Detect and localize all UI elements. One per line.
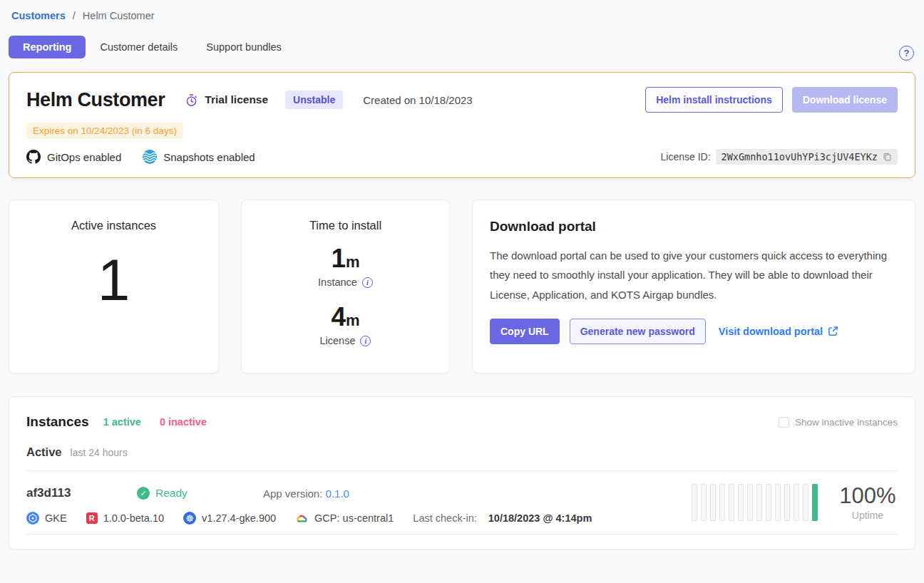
- expires-badge: Expires on 10/24/2023 (in 6 days): [26, 123, 183, 139]
- uptime-bar: [719, 484, 725, 521]
- github-icon: [26, 150, 41, 164]
- divider: [26, 534, 898, 535]
- copy-url-button[interactable]: Copy URL: [490, 319, 560, 344]
- tab-support-bundles[interactable]: Support bundles: [192, 36, 296, 58]
- download-portal-card: Download portal The download portal can …: [472, 200, 915, 373]
- customer-card: Helm Customer Trial license Unstable Cre…: [9, 72, 915, 178]
- uptime-bar: [775, 484, 781, 521]
- kubernetes-version: ☸ v1.27.4-gke.900: [183, 512, 276, 525]
- active-section-label: Active: [26, 445, 62, 459]
- breadcrumb-current: Helm Customer: [83, 10, 155, 21]
- instance-info-icon[interactable]: i: [362, 277, 373, 288]
- license-id-value: 2WxGmnho11ovUhYPi3cjUV4EYKz: [722, 151, 878, 162]
- uptime-bar: [692, 484, 697, 521]
- status-badge: ✓ Ready: [137, 487, 226, 500]
- tab-customer-details[interactable]: Customer details: [86, 36, 192, 58]
- show-inactive-label: Show inactive instances: [795, 417, 898, 428]
- external-link-icon: [828, 326, 838, 336]
- download-portal-title: Download portal: [490, 219, 898, 234]
- distribution: GKE: [26, 512, 67, 525]
- gcp-icon: [295, 513, 309, 524]
- helm-install-instructions-button[interactable]: Helm install instructions: [645, 87, 783, 113]
- uptime-bar: [766, 484, 771, 521]
- uptime-bar: [747, 484, 753, 521]
- replicated-icon: R: [86, 512, 98, 524]
- download-portal-description: The download portal can be used to give …: [490, 246, 898, 304]
- uptime-chart: [692, 484, 818, 521]
- uptime-bar: [729, 484, 734, 521]
- page-title: Helm Customer: [26, 89, 165, 111]
- cloud-region: GCP: us-central1: [295, 512, 394, 524]
- uptime-bar: [812, 484, 818, 521]
- help-icon[interactable]: ?: [899, 46, 914, 61]
- time-to-install-title: Time to install: [242, 219, 449, 232]
- tab-bar: Reporting Customer details Support bundl…: [9, 36, 915, 58]
- created-on-label: Created on 10/18/2023: [363, 94, 472, 106]
- breadcrumb-customers-link[interactable]: Customers: [11, 10, 66, 21]
- snapshots-label: Snapshots enabled: [163, 151, 255, 163]
- replicated-version: R 1.0.0-beta.10: [86, 512, 164, 524]
- snapshots-feature: Snapshots enabled: [143, 150, 255, 164]
- uptime-value: 100%: [838, 484, 898, 508]
- channel-badge: Unstable: [285, 91, 343, 109]
- active-instances-title: Active instances: [9, 219, 218, 232]
- uptime-bar: [738, 484, 744, 521]
- uptime-bar: [710, 484, 716, 521]
- breadcrumb-separator: /: [73, 10, 76, 21]
- license-install-label: License: [320, 335, 356, 346]
- uptime-bar: [794, 484, 799, 521]
- license-install-time: 4m: [242, 304, 449, 330]
- active-instances-card: Active instances 1: [9, 200, 219, 373]
- license-type-label: Trial license: [205, 93, 268, 106]
- active-instances-value: 1: [9, 251, 218, 309]
- uptime-bar: [784, 484, 790, 521]
- active-count: 1 active: [103, 416, 141, 428]
- gitops-feature: GitOps enabled: [26, 150, 121, 164]
- kubernetes-icon: ☸: [183, 512, 196, 525]
- instance-install-label: Instance: [318, 277, 357, 288]
- license-id: License ID: 2WxGmnho11ovUhYPi3cjUV4EYKz: [661, 149, 898, 165]
- copy-icon[interactable]: [883, 152, 892, 162]
- instance-install-time: 1m: [242, 245, 449, 272]
- instances-title: Instances: [26, 414, 89, 430]
- check-circle-icon: ✓: [137, 487, 150, 500]
- inactive-count: 0 inactive: [160, 416, 207, 428]
- license-info-icon[interactable]: i: [360, 336, 371, 346]
- active-section-sublabel: last 24 hours: [71, 447, 128, 458]
- uptime-bar: [803, 484, 808, 521]
- instances-card: Instances 1 active 0 inactive Show inact…: [9, 396, 915, 550]
- time-to-install-card: Time to install 1m Instance i 4m License…: [241, 200, 450, 373]
- download-license-button[interactable]: Download license: [792, 87, 898, 113]
- instance-row[interactable]: af3d113 ✓ Ready App version: 0.1.0 GKE: [9, 471, 915, 534]
- uptime-label: Uptime: [838, 510, 898, 521]
- app-version: App version: 0.1.0: [263, 487, 349, 500]
- license-id-label: License ID:: [661, 151, 711, 162]
- tab-reporting[interactable]: Reporting: [9, 36, 86, 58]
- snapshots-icon: [143, 150, 157, 164]
- show-inactive-checkbox[interactable]: [779, 417, 789, 428]
- uptime-bar: [701, 484, 707, 521]
- generate-password-button[interactable]: Generate new password: [570, 319, 706, 344]
- last-checkin: Last check-in: 10/18/2023 @ 4:14pm: [413, 512, 592, 524]
- gitops-label: GitOps enabled: [47, 151, 121, 163]
- gke-icon: [26, 512, 39, 525]
- instance-id: af3d113: [26, 486, 137, 500]
- uptime-bar: [756, 484, 762, 521]
- status-label: Ready: [155, 487, 188, 500]
- visit-download-portal-link[interactable]: Visit download portal: [719, 326, 838, 337]
- breadcrumb: Customers / Helm Customer: [9, 0, 915, 21]
- app-version-link[interactable]: 0.1.0: [326, 487, 349, 500]
- trial-timer-icon: [185, 93, 198, 107]
- license-type: Trial license: [185, 93, 268, 107]
